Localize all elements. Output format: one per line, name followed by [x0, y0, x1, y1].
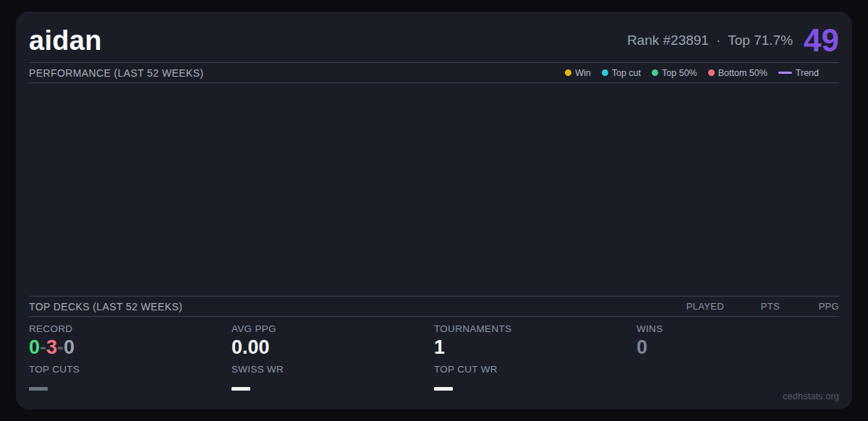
legend-item-top-cut: Top cut: [602, 68, 641, 78]
legend-item-win: Win: [565, 68, 591, 78]
top-decks-column-headers: PLAYED PTS PPG: [681, 301, 839, 312]
stats-grid: RECORD 0-3-0 TOP CUTS AVG PPG 0.00 SWISS…: [29, 323, 839, 391]
legend-label: Top 50%: [662, 68, 697, 78]
performance-section-header: PERFORMANCE (LAST 52 WEEKS) Win Top cut …: [29, 62, 839, 83]
stat-record: RECORD 0-3-0 TOP CUTS: [29, 323, 231, 391]
top-cut-wr-label: TOP CUT WR: [434, 364, 637, 375]
rank-summary: Rank #23891 · Top 71.7% 49: [627, 25, 839, 56]
player-name: aidan: [29, 25, 102, 56]
swiss-wr-label: SWISS WR: [231, 364, 434, 375]
legend-label: Bottom 50%: [718, 68, 767, 78]
legend-item-top-50: Top 50%: [652, 68, 697, 78]
column-header-pts: PTS: [724, 301, 780, 312]
player-stats-card: aidan Rank #23891 · Top 71.7% 49 PERFORM…: [16, 12, 852, 409]
record-label: RECORD: [29, 323, 231, 334]
stat-tournaments: TOURNAMENTS 1 TOP CUT WR: [434, 323, 637, 391]
rank-text: Rank #23891 · Top 71.7%: [627, 33, 793, 48]
player-score: 49: [804, 25, 839, 56]
rank-separator: ·: [716, 33, 720, 48]
legend-label: Top cut: [612, 68, 641, 78]
bottom-50-dot-icon: [708, 69, 715, 76]
avg-ppg-label: AVG PPG: [231, 323, 434, 334]
top-decks-title: TOP DECKS (LAST 52 WEEKS): [29, 301, 182, 312]
top-50-dot-icon: [652, 69, 658, 76]
column-header-ppg: PPG: [780, 301, 839, 312]
trend-line-icon: [778, 72, 792, 74]
top-cuts-label: TOP CUTS: [29, 364, 231, 375]
legend-label: Win: [575, 68, 591, 78]
legend-label: Trend: [796, 68, 819, 78]
stat-wins: WINS 0: [637, 323, 839, 391]
column-header-played: PLAYED: [681, 301, 724, 312]
top-cut-dot-icon: [602, 69, 608, 76]
tournaments-label: TOURNAMENTS: [434, 323, 637, 334]
record-separator: -: [40, 336, 46, 358]
record-wins: 0: [29, 336, 40, 358]
avg-ppg-value: 0.00: [231, 336, 434, 360]
top-decks-section-header: TOP DECKS (LAST 52 WEEKS) PLAYED PTS PPG: [29, 296, 839, 317]
legend-item-trend: Trend: [778, 68, 819, 78]
wins-label: WINS: [637, 323, 839, 334]
title-row: aidan Rank #23891 · Top 71.7% 49: [29, 12, 839, 62]
rank-label: Rank #23891: [627, 33, 709, 48]
wins-value: 0: [637, 336, 839, 360]
tournaments-value: 1: [434, 336, 637, 360]
win-dot-icon: [565, 69, 571, 76]
record-value: 0-3-0: [29, 336, 231, 360]
record-draws: 0: [64, 336, 75, 358]
legend-item-bottom-50: Bottom 50%: [708, 68, 767, 78]
performance-title: PERFORMANCE (LAST 52 WEEKS): [29, 67, 204, 79]
percentile-label: Top 71.7%: [728, 33, 793, 48]
record-separator: -: [57, 336, 64, 358]
chart-legend: Win Top cut Top 50% Bottom 50% Trend: [565, 68, 819, 78]
site-watermark: cedhstats.org: [29, 391, 839, 409]
stat-avg-ppg: AVG PPG 0.00 SWISS WR: [231, 323, 434, 391]
performance-chart-area: [29, 83, 839, 296]
record-losses: 3: [46, 336, 57, 358]
